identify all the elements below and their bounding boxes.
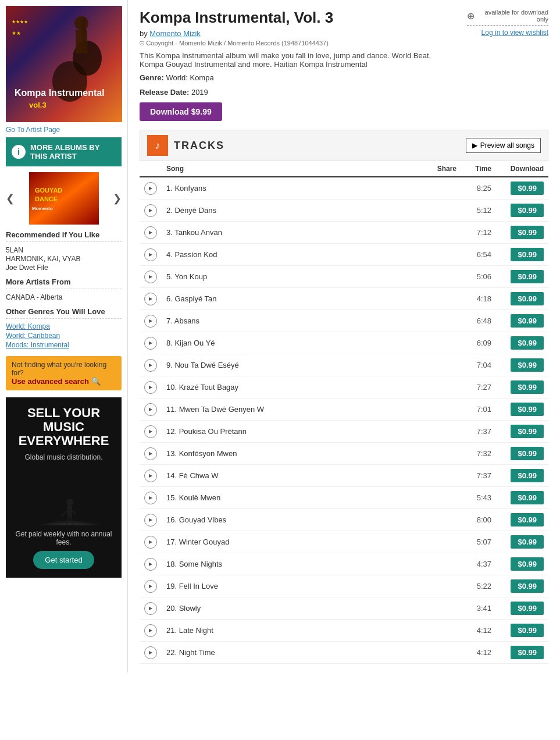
price-button[interactable]: $0.99 — [511, 602, 544, 615]
share-cell — [398, 531, 461, 553]
play-button[interactable]: ▶ — [144, 204, 157, 217]
price-button[interactable]: $0.99 — [511, 248, 544, 261]
album-header: Kompa Instrumental, Vol. 3 by Momento Mi… — [140, 9, 548, 130]
share-cell — [398, 288, 461, 310]
recommended-item-2: HARMONIK, KAI, VYAB — [6, 255, 80, 263]
more-albums-label: MORE ALBUMS BY THIS ARTIST — [30, 143, 116, 161]
play-cell: ▶ — [140, 509, 162, 531]
song-title-cell: 18. Some Nights — [162, 553, 398, 575]
table-row: ▶ 1. Konfyans 8:25 $0.99 — [140, 177, 548, 200]
available-download-label: ⊕ available for download only — [467, 9, 548, 23]
price-button[interactable]: $0.99 — [511, 403, 544, 416]
time-cell: 6:48 — [461, 310, 496, 332]
play-cell: ▶ — [140, 575, 162, 597]
download-button[interactable]: Download $9.99 — [140, 102, 222, 121]
song-title-cell: 10. Krazé Tout Bagay — [162, 376, 398, 399]
play-button[interactable]: ▶ — [144, 359, 157, 372]
artist-name-link[interactable]: Momento Mizik — [149, 29, 200, 38]
recommended-list: 5LAN HARMONIK, KAI, VYAB Joe Dwet File — [6, 246, 122, 272]
svg-text:vol.3: vol.3 — [29, 101, 47, 109]
play-cell: ▶ — [140, 597, 162, 620]
share-cell — [398, 177, 461, 200]
table-row: ▶ 7. Absans 6:48 $0.99 — [140, 310, 548, 332]
search-box-text: Not finding what you're looking for? — [12, 361, 116, 377]
carousel-prev-button[interactable]: ❮ — [6, 192, 15, 205]
play-button[interactable]: ▶ — [144, 293, 157, 305]
play-button[interactable]: ▶ — [144, 492, 157, 504]
play-button[interactable]: ▶ — [144, 248, 157, 261]
music-icon-box: ♪ — [147, 135, 168, 156]
play-button[interactable]: ▶ — [144, 425, 157, 438]
recommended-divider — [6, 241, 122, 242]
advanced-search-link[interactable]: Use advanced search 🔍 — [12, 377, 116, 386]
play-button[interactable]: ▶ — [144, 182, 157, 195]
price-button[interactable]: $0.99 — [511, 358, 544, 372]
price-button[interactable]: $0.99 — [511, 204, 544, 217]
song-title-cell: 13. Konfésyon Mwen — [162, 443, 398, 465]
stage-svg — [12, 467, 116, 525]
price-button[interactable]: $0.99 — [511, 624, 544, 637]
play-button[interactable]: ▶ — [144, 271, 157, 283]
more-artists-item-1: CANADA - Alberta — [6, 293, 62, 301]
play-button[interactable]: ▶ — [144, 469, 157, 482]
price-button[interactable]: $0.99 — [511, 579, 544, 593]
price-button[interactable]: $0.99 — [511, 226, 544, 239]
play-button[interactable]: ▶ — [144, 514, 157, 526]
share-cell — [398, 620, 461, 642]
tracks-label: TRACKS — [174, 140, 224, 152]
play-button[interactable]: ▶ — [144, 337, 157, 350]
price-button[interactable]: $0.99 — [511, 292, 544, 305]
play-button[interactable]: ▶ — [144, 447, 157, 460]
share-cell — [398, 597, 461, 620]
play-button[interactable]: ▶ — [144, 381, 157, 394]
price-button[interactable]: $0.99 — [511, 513, 544, 526]
play-button[interactable]: ▶ — [144, 403, 157, 416]
play-button[interactable]: ▶ — [144, 624, 157, 637]
genre-link-kompa[interactable]: World: Kompa — [6, 322, 122, 330]
get-started-button[interactable]: Get started — [33, 551, 94, 569]
price-button[interactable]: $0.99 — [511, 425, 544, 438]
song-title-cell: 12. Poukisa Ou Prétann — [162, 421, 398, 443]
genre-link-instrumental[interactable]: Moods: Instrumental — [6, 341, 122, 349]
price-button[interactable]: $0.99 — [511, 336, 544, 350]
play-button[interactable]: ▶ — [144, 602, 157, 615]
price-button[interactable]: $0.99 — [511, 447, 544, 460]
song-title-cell: 5. Yon Koup — [162, 266, 398, 288]
play-button[interactable]: ▶ — [144, 646, 157, 659]
play-button[interactable]: ▶ — [144, 536, 157, 549]
share-cell — [398, 376, 461, 399]
share-cell — [398, 244, 461, 266]
price-button[interactable]: $0.99 — [511, 646, 544, 659]
time-cell: 8:00 — [461, 509, 496, 531]
play-cell: ▶ — [140, 222, 162, 244]
price-button[interactable]: $0.99 — [511, 491, 544, 504]
price-button[interactable]: $0.99 — [511, 380, 544, 394]
play-button[interactable]: ▶ — [144, 226, 157, 239]
play-button[interactable]: ▶ — [144, 315, 157, 328]
download-cell: $0.99 — [496, 200, 548, 222]
price-button[interactable]: $0.99 — [511, 535, 544, 549]
share-cell — [398, 399, 461, 421]
play-button[interactable]: ▶ — [144, 580, 157, 593]
preview-all-songs-button[interactable]: ▶ Preview all songs — [466, 138, 541, 153]
genre-link-caribbean[interactable]: World: Caribbean — [6, 332, 122, 340]
price-button[interactable]: $0.99 — [511, 469, 544, 482]
wishlist-link[interactable]: Log in to view wishlist — [481, 29, 548, 37]
time-cell: 4:37 — [461, 553, 496, 575]
table-row: ▶ 18. Some Nights 4:37 $0.99 — [140, 553, 548, 575]
price-button[interactable]: $0.99 — [511, 314, 544, 328]
download-cell: $0.99 — [496, 509, 548, 531]
play-button[interactable]: ▶ — [144, 558, 157, 571]
price-button[interactable]: $0.99 — [511, 557, 544, 571]
download-cell: $0.99 — [496, 354, 548, 376]
download-cell: $0.99 — [496, 575, 548, 597]
price-button[interactable]: $0.99 — [511, 270, 544, 283]
carousel-next-button[interactable]: ❯ — [113, 192, 122, 205]
tracks-header: ♪ TRACKS ▶ Preview all songs — [140, 130, 548, 161]
time-cell: 7:12 — [461, 222, 496, 244]
price-button[interactable]: $0.99 — [511, 182, 544, 195]
go-to-artist-link[interactable]: Go To Artist Page — [6, 126, 122, 134]
share-cell — [398, 575, 461, 597]
recommended-item-1: 5LAN — [6, 246, 23, 254]
download-cell: $0.99 — [496, 399, 548, 421]
